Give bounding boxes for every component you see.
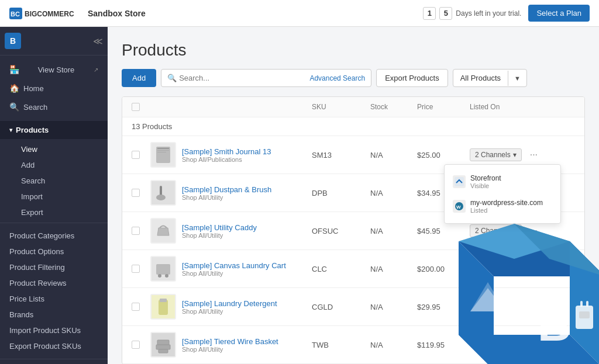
store-name: Sandbox Store <box>88 9 146 18</box>
export-products-button[interactable]: Export Products <box>376 69 448 87</box>
sidebar-item-search-products[interactable]: Search <box>0 173 108 189</box>
svg-rect-24 <box>157 340 169 345</box>
product-price: $29.95 <box>417 303 470 311</box>
sidebar-item-export-skus[interactable]: Export Product SKUs <box>0 338 108 354</box>
sidebar-nav: 🏪 View Store ↗ 🏠 Home 🔍 Search <box>0 56 108 121</box>
product-price: $25.00 <box>417 151 470 160</box>
product-name[interactable]: [Sample] Tiered Wire Basket <box>182 337 312 346</box>
external-link-icon: ↗ <box>94 67 98 73</box>
product-sku: TWB <box>312 341 370 349</box>
product-sub: Shop All/Utility <box>182 232 312 239</box>
product-stock: N/A <box>370 227 417 235</box>
dropdown-item-storefront: Storefront Visible <box>445 169 560 194</box>
sidebar-brand: B <box>5 33 21 49</box>
sidebar-item-product-filtering[interactable]: Product Filtering <box>0 259 108 275</box>
svg-rect-11 <box>152 181 175 204</box>
search-input[interactable] <box>177 70 306 86</box>
svg-text:BIGCOMMERCE: BIGCOMMERCE <box>25 10 74 18</box>
sidebar-item-product-categories[interactable]: Product Categories <box>0 228 108 244</box>
channels-button[interactable]: 2 Channels ▾ <box>470 148 522 161</box>
col-header-stock: Stock <box>370 103 417 111</box>
channels-label: 2 Channels <box>475 151 511 159</box>
select-all-checkbox[interactable] <box>132 103 140 111</box>
sidebar-item-price-lists[interactable]: Price Lists <box>0 291 108 307</box>
search-icon: 🔍 <box>9 102 19 112</box>
row-checkbox[interactable] <box>132 189 140 197</box>
filter-arrow-icon[interactable]: ▼ <box>508 71 526 86</box>
row-checkbox[interactable] <box>132 151 140 159</box>
page-title: Products <box>122 41 585 60</box>
sidebar-item-import[interactable]: Import <box>0 189 108 204</box>
sidebar-top: B ≪ <box>0 27 108 56</box>
more-options-button[interactable]: ··· <box>530 226 538 236</box>
products-header[interactable]: ▾ Products <box>0 121 108 139</box>
product-info: [Sample] Canvas Laundry Cart Shop All/Ut… <box>182 261 312 277</box>
add-button[interactable]: Add <box>122 69 156 87</box>
toolbar: Add 🔍 Advanced Search Export Products Al… <box>122 69 585 87</box>
sidebar-item-import-skus[interactable]: Import Product SKUs <box>0 323 108 338</box>
product-price: $45.95 <box>417 227 470 235</box>
home-icon: 🏠 <box>9 84 19 93</box>
sidebar-item-export[interactable]: Export <box>0 204 108 220</box>
channels-arrow-icon: ▾ <box>513 227 517 235</box>
sidebar-item-view-store[interactable]: 🏪 View Store ↗ <box>0 60 108 79</box>
channels-label: 2 Channels <box>475 227 511 235</box>
product-stock: N/A <box>370 189 417 197</box>
filter-label: All Products <box>453 70 508 86</box>
row-checkbox[interactable] <box>132 341 140 349</box>
brand-icon: B <box>5 33 21 49</box>
product-name[interactable]: [Sample] Laundry Detergent <box>182 299 312 308</box>
product-info: [Sample] Smith Journal 13 Shop All/Publi… <box>182 147 312 163</box>
sidebar-item-product-options[interactable]: Product Options <box>0 244 108 259</box>
products-table: SKU Stock Price Listed On 13 Products [S… <box>122 96 585 364</box>
search-wrapper: 🔍 Advanced Search <box>161 69 371 87</box>
product-sub: Shop All/Publications <box>182 156 312 163</box>
product-thumbnail <box>150 294 176 320</box>
product-stock: N/A <box>370 303 417 311</box>
row-checkbox[interactable] <box>132 265 140 273</box>
sidebar-item-view[interactable]: View <box>0 141 108 157</box>
product-sku: SM13 <box>312 151 370 160</box>
row-checkbox[interactable] <box>132 303 140 311</box>
sidebar: B ≪ 🏪 View Store ↗ 🏠 Home 🔍 Search ▾ Pro… <box>0 27 108 364</box>
sidebar-item-add[interactable]: Add <box>0 157 108 173</box>
trial-day-1: 1 <box>423 7 436 20</box>
filter-group: All Products ▼ <box>453 69 527 87</box>
trial-badge: 1 5 Days left in your trial. <box>423 7 521 20</box>
nav-search-label: Search <box>23 103 47 112</box>
sidebar-footer: Help Support Pin: 644996 ▲ <box>0 359 108 364</box>
svg-text:W: W <box>456 204 461 210</box>
table-header: SKU Stock Price Listed On <box>122 97 584 117</box>
layout: B ≪ 🏪 View Store ↗ 🏠 Home 🔍 Search ▾ Pro… <box>0 27 599 364</box>
dropdown-storefront-name: Storefront <box>470 174 501 182</box>
more-options-button[interactable]: ··· <box>530 150 538 160</box>
channels-button[interactable]: 2 Channels ▾ <box>470 224 522 237</box>
svg-rect-21 <box>160 299 167 302</box>
col-header-price: Price <box>417 103 470 111</box>
product-name[interactable]: [Sample] Smith Journal 13 <box>182 147 312 156</box>
dropdown-storefront-status: Visible <box>470 182 501 189</box>
advanced-search-link[interactable]: Advanced Search <box>309 74 365 82</box>
product-stock: N/A <box>370 151 417 160</box>
svg-rect-16 <box>156 264 170 275</box>
product-name[interactable]: [Sample] Utility Caddy <box>182 223 312 232</box>
sidebar-item-brands[interactable]: Brands <box>0 307 108 323</box>
sidebar-item-home[interactable]: 🏠 Home <box>0 79 108 98</box>
dropdown-item-text: Storefront Visible <box>470 174 501 189</box>
product-name[interactable]: [Sample] Dustpan & Brush <box>182 185 312 194</box>
products-sub: View Add Search Import Export <box>0 139 108 223</box>
sidebar-item-search[interactable]: 🔍 Search <box>0 98 108 116</box>
collapse-button[interactable]: ≪ <box>93 36 103 47</box>
dropdown-wp-status: Listed <box>470 207 543 214</box>
table-row: [Sample] Tiered Wire Basket Shop All/Uti… <box>122 326 584 364</box>
product-name[interactable]: [Sample] Canvas Laundry Cart <box>182 261 312 270</box>
product-sku: DPB <box>312 189 370 197</box>
sidebar-item-product-reviews[interactable]: Product Reviews <box>0 275 108 291</box>
product-sku: CLC <box>312 265 370 273</box>
wordpress-icon: W <box>453 200 466 213</box>
svg-text:BC: BC <box>11 11 20 18</box>
row-checkbox[interactable] <box>132 227 140 235</box>
select-plan-button[interactable]: Select a Plan <box>528 5 590 22</box>
products-count: 13 Products <box>122 117 584 136</box>
product-info: [Sample] Dustpan & Brush Shop All/Utilit… <box>182 185 312 201</box>
